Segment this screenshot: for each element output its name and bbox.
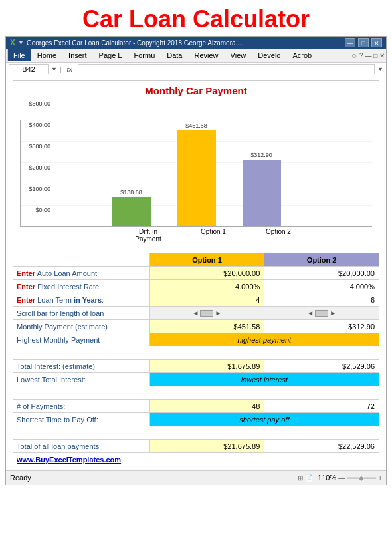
zoom-slider[interactable]: ━━━◆━━━ xyxy=(347,474,376,482)
tab-formu[interactable]: Formu xyxy=(128,49,161,62)
term-v1[interactable]: 4 xyxy=(149,293,264,307)
table-row: Monthly Payment (estimate) $451.58 $312.… xyxy=(13,320,379,333)
formula-bar-separator: | xyxy=(60,66,62,73)
highlight-row: Shortest Time to Pay Off: shortest pay o… xyxy=(13,413,379,426)
monthly-v2: $312.90 xyxy=(264,320,379,333)
minimize-button[interactable]: — xyxy=(345,38,355,47)
lowest-interest-label: lowest interest xyxy=(149,373,379,386)
loan-amount-v2[interactable]: $20,000.00 xyxy=(264,267,379,280)
bar-option1-value: $451.58 xyxy=(185,122,207,129)
total-payments-v2: $22,529.06 xyxy=(264,440,379,453)
scroll-thumb[interactable] xyxy=(200,310,213,317)
tab-develo[interactable]: Develo xyxy=(252,49,286,62)
header-row: Option 1 Option 2 xyxy=(13,253,379,267)
option2-header: Option 2 xyxy=(264,253,379,267)
tab-file[interactable]: File xyxy=(7,49,31,62)
x-label-option1: Option 1 xyxy=(194,228,233,243)
highlight-row: Lowest Total Interest: lowest interest xyxy=(13,373,379,386)
payments-v2: 72 xyxy=(264,400,379,413)
chart-container: Monthly Car Payment $500.00 $400.00 $300… xyxy=(13,80,379,247)
total-interest-v2: $2,529.06 xyxy=(264,360,379,373)
table-row: # of Payments: 48 72 xyxy=(13,400,379,413)
tab-view[interactable]: View xyxy=(225,49,252,62)
interest-v2[interactable]: 4.000% xyxy=(264,280,379,293)
cell-reference[interactable] xyxy=(9,64,49,74)
table-row: Enter Auto Loan Amount: $20,000.00 $20,0… xyxy=(13,267,379,280)
excel-titlebar: X ▼ Georges Excel Car Loan Calculator - … xyxy=(6,37,386,49)
option1-header: Option 1 xyxy=(149,253,264,267)
bar-option2-rect xyxy=(243,160,281,226)
x-label-option2: Option 2 xyxy=(259,228,298,243)
bar-diff-rect xyxy=(112,197,151,226)
spreadsheet-content: Monthly Car Payment $500.00 $400.00 $300… xyxy=(6,76,386,470)
total-interest-v1: $1,675.89 xyxy=(149,360,264,373)
y-label-500: $500.00 xyxy=(29,100,50,107)
spacer-row xyxy=(13,386,379,400)
total-payments-v1: $21,675.89 xyxy=(149,440,264,453)
chart-bars-area: $138.68 $451.58 $312.90 xyxy=(20,120,372,227)
table-row: Enter Fixed Interest Rate: 4.000% 4.000% xyxy=(13,280,379,293)
sheet-icon[interactable]: ⊞ xyxy=(298,474,303,482)
bar-option1: $451.58 xyxy=(177,122,216,226)
tab-home[interactable]: Home xyxy=(31,49,62,62)
spacer-row xyxy=(13,346,379,360)
zoom-level: 110% xyxy=(318,474,336,482)
bar-diff: $138.68 xyxy=(112,189,151,226)
scrollbar-row: Scroll bar for length of loan ◄ ► ◄ ► xyxy=(13,307,379,320)
website-link[interactable]: www.BuyExcelTemplates.com xyxy=(13,453,379,466)
scroll-right2-icon[interactable]: ► xyxy=(330,309,336,317)
x-label-diff: Diff. in Payment xyxy=(129,228,167,243)
payments-v1: 48 xyxy=(149,400,264,413)
shortest-payoff-label: shortest pay off xyxy=(149,413,379,426)
chart-title: Monthly Car Payment xyxy=(20,85,372,96)
formula-input[interactable] xyxy=(78,64,375,74)
excel-window: X ▼ Georges Excel Car Loan Calculator - … xyxy=(5,36,387,485)
highest-payment-label: highest payment xyxy=(149,333,379,346)
highlight-row: Highest Monthly Payment highest payment xyxy=(13,333,379,346)
scroll-right-icon[interactable]: ► xyxy=(215,309,221,317)
data-table: Option 1 Option 2 Enter Auto Loan Amount… xyxy=(13,253,379,466)
ribbon-tabs: File Home Insert Page L Formu Data Revie… xyxy=(6,49,386,62)
bar-option2: $312.90 xyxy=(243,152,281,226)
tab-insert[interactable]: Insert xyxy=(62,49,93,62)
status-icons: ⊞ 📄 110% — ━━━◆━━━ + xyxy=(298,474,382,482)
loan-amount-v1[interactable]: $20,000.00 xyxy=(149,267,264,280)
bar-option1-rect xyxy=(177,130,216,226)
table-row: Enter Loan Term in Years: 4 6 xyxy=(13,293,379,307)
status-bar: Ready ⊞ 📄 110% — ━━━◆━━━ + xyxy=(6,470,386,485)
interest-v1[interactable]: 4.000% xyxy=(149,280,264,293)
monthly-v1: $451.58 xyxy=(149,320,264,333)
spacer-row xyxy=(13,426,379,440)
scrollbar-v1[interactable]: ◄ ► xyxy=(149,307,264,320)
chart-x-labels: Diff. in Payment Option 1 Option 2 xyxy=(20,228,372,243)
tab-pagel[interactable]: Page L xyxy=(93,49,128,62)
maximize-button[interactable]: □ xyxy=(358,38,369,47)
link-row: www.BuyExcelTemplates.com xyxy=(13,453,379,466)
scroll-thumb2[interactable] xyxy=(315,310,328,317)
fx-label: fx xyxy=(64,65,76,73)
term-v2[interactable]: 6 xyxy=(264,293,379,307)
total-row: Total of all loan payments $21,675.89 $2… xyxy=(13,440,379,453)
page-title: Car Loan Calculator xyxy=(0,0,392,36)
zoom-out-icon[interactable]: — xyxy=(338,474,345,482)
scroll-left-icon[interactable]: ◄ xyxy=(193,309,199,317)
status-ready: Ready xyxy=(10,474,31,482)
formula-bar: ▼ | fx ▼ xyxy=(6,63,386,76)
bar-option2-value: $312.90 xyxy=(250,152,272,158)
tab-data[interactable]: Data xyxy=(161,49,188,62)
scrollbar-v2[interactable]: ◄ ► xyxy=(264,307,379,320)
excel-title: Georges Excel Car Loan Calculator - Copy… xyxy=(27,39,342,47)
tab-review[interactable]: Review xyxy=(189,49,225,62)
bar-diff-value: $138.68 xyxy=(120,189,142,196)
tab-acrob[interactable]: Acrob xyxy=(286,49,318,62)
ribbon: File Home Insert Page L Formu Data Revie… xyxy=(6,49,386,63)
scroll-left2-icon[interactable]: ◄ xyxy=(307,309,314,317)
table-row: Total Interest: (estimate) $1,675.89 $2,… xyxy=(13,360,379,373)
close-button[interactable]: ✕ xyxy=(371,38,382,47)
chart-area: $500.00 $400.00 $300.00 $200.00 $100.00 … xyxy=(20,100,372,227)
excel-logo-icon: X xyxy=(10,38,15,47)
page-icon[interactable]: 📄 xyxy=(305,474,313,482)
zoom-in-icon[interactable]: + xyxy=(378,474,382,482)
